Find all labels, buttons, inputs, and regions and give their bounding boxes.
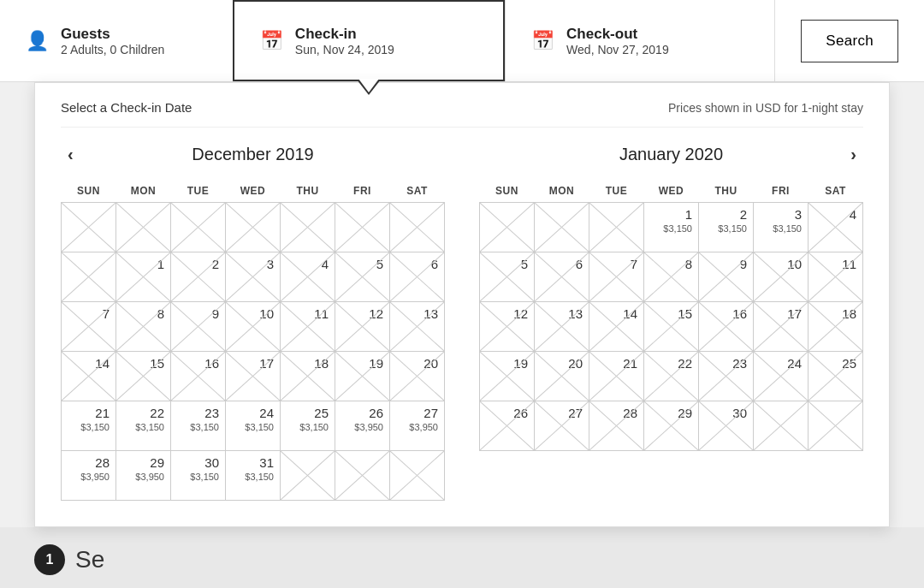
svg-line-36 (281, 302, 335, 351)
day-number: 22 (120, 406, 164, 420)
day-number: 18 (812, 306, 856, 321)
svg-line-52 (335, 352, 389, 401)
day-number: 12 (483, 306, 528, 321)
svg-line-11 (335, 203, 389, 252)
svg-line-67 (589, 203, 643, 252)
day-number: 1 (120, 257, 164, 271)
svg-line-63 (480, 203, 534, 252)
day-price: $3,150 (648, 223, 692, 234)
day-header: FRI (335, 180, 390, 203)
day-number: 23 (702, 356, 747, 371)
guests-section[interactable]: 👤 Guests 2 Adults, 0 Children (0, 0, 233, 81)
checkout-section[interactable]: 📅 Check-out Wed, Nov 27, 2019 (505, 0, 774, 81)
svg-line-30 (116, 302, 170, 351)
calendar-dropdown: Select a Check-in Date Prices shown in U… (34, 82, 890, 527)
day-number: 26 (483, 406, 528, 420)
search-button[interactable]: Search (801, 20, 898, 62)
table-row: 20 (390, 352, 445, 401)
table-row: 24 (754, 352, 808, 401)
svg-line-20 (226, 252, 280, 301)
table-row (281, 203, 335, 252)
table-row (62, 252, 116, 302)
table-row: 19 (480, 352, 535, 401)
svg-line-70 (480, 252, 534, 301)
table-row[interactable]: 3$3,150 (754, 203, 808, 252)
select-checkin-label: Select a Check-in Date (61, 100, 192, 115)
checkout-value: Wed, Nov 27, 2019 (566, 43, 669, 56)
svg-line-78 (699, 252, 753, 301)
svg-line-99 (480, 352, 534, 401)
day-header: MON (535, 180, 589, 203)
svg-line-106 (699, 352, 753, 401)
table-row[interactable]: 22$3,150 (116, 401, 171, 451)
table-row[interactable]: 28$3,950 (62, 451, 116, 501)
table-row (390, 203, 445, 252)
checkin-section[interactable]: 📅 Check-in Sun, Nov 24, 2019 (233, 0, 505, 81)
svg-line-16 (116, 252, 170, 301)
day-number: 7 (593, 257, 637, 271)
day-header: THU (699, 180, 754, 203)
svg-line-33 (171, 302, 225, 351)
calendar-header: Select a Check-in Date Prices shown in U… (61, 100, 863, 128)
day-header: SUN (62, 180, 116, 203)
svg-line-101 (535, 352, 589, 401)
svg-line-91 (644, 302, 698, 351)
svg-line-65 (535, 203, 589, 252)
svg-line-122 (754, 401, 808, 450)
table-row[interactable]: 1$3,150 (644, 203, 699, 252)
svg-line-45 (116, 352, 170, 401)
day-number: 17 (229, 356, 274, 371)
table-row[interactable]: 25$3,150 (281, 401, 335, 451)
svg-line-14 (62, 252, 116, 301)
day-price: $3,950 (394, 422, 438, 432)
table-row[interactable]: 27$3,950 (390, 401, 445, 451)
table-row: 5 (335, 252, 390, 302)
table-row (171, 203, 226, 252)
svg-line-43 (62, 352, 116, 401)
svg-line-29 (62, 302, 116, 351)
table-row: 8 (116, 302, 171, 352)
next-month-button[interactable]: › (844, 143, 863, 166)
table-row (335, 451, 390, 501)
svg-line-4 (171, 203, 225, 252)
svg-line-35 (226, 302, 280, 351)
table-row[interactable]: 2$3,150 (699, 203, 754, 252)
day-number: 15 (120, 356, 164, 371)
table-row[interactable]: 24$3,150 (226, 401, 281, 451)
day-price: $3,950 (120, 472, 164, 482)
search-btn-section: Search (774, 0, 924, 81)
svg-line-60 (390, 451, 444, 500)
svg-line-68 (808, 203, 862, 252)
svg-line-25 (335, 252, 389, 301)
svg-line-17 (116, 252, 170, 301)
day-number: 22 (648, 356, 692, 371)
day-number: 8 (120, 306, 164, 321)
svg-line-75 (589, 252, 643, 301)
table-row (535, 203, 589, 252)
calendar-month-1: January 2020›SUNMONTUEWEDTHUFRISAT 1$3,1… (479, 145, 863, 501)
table-row: 6 (535, 252, 589, 302)
table-row (335, 203, 390, 252)
table-row[interactable]: 30$3,150 (171, 451, 226, 501)
day-number: 4 (284, 257, 329, 271)
svg-line-1 (62, 203, 116, 252)
table-row[interactable]: 21$3,150 (62, 401, 116, 451)
prev-month-button[interactable]: ‹ (61, 143, 80, 166)
day-number: 18 (284, 356, 329, 371)
day-number: 19 (339, 356, 383, 371)
table-row[interactable]: 31$3,150 (226, 451, 281, 501)
table-row[interactable]: 23$3,150 (171, 401, 226, 451)
day-price: $3,150 (702, 223, 747, 234)
table-row[interactable]: 26$3,950 (335, 401, 390, 451)
svg-line-9 (281, 203, 335, 252)
day-number: 25 (812, 356, 856, 371)
svg-line-105 (644, 352, 698, 401)
day-header: TUE (171, 180, 226, 203)
table-row[interactable]: 29$3,950 (116, 451, 171, 501)
table-row: 7 (589, 252, 644, 302)
table-row: 18 (281, 352, 335, 401)
svg-line-7 (226, 203, 280, 252)
day-number: 5 (483, 257, 528, 271)
day-number: 11 (812, 257, 856, 271)
svg-line-88 (589, 302, 643, 351)
